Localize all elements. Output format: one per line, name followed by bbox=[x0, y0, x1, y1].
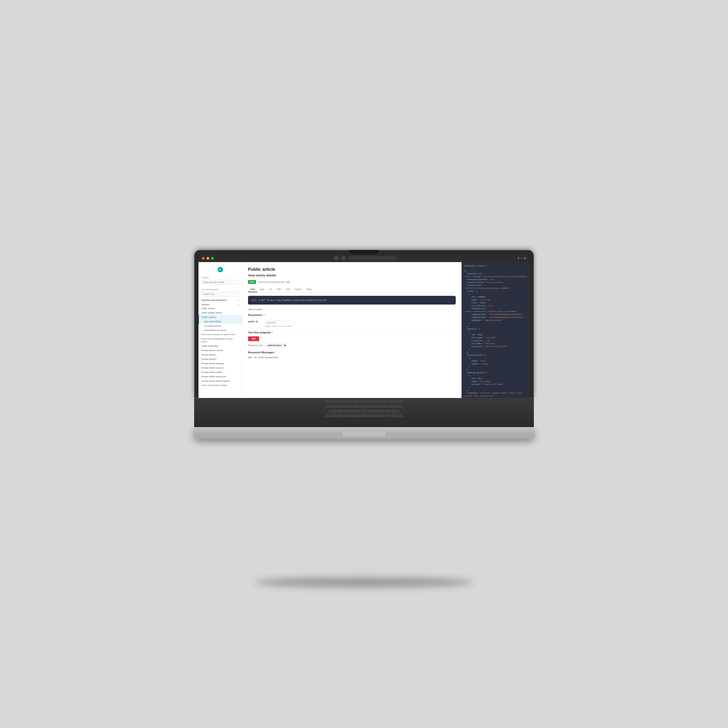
view-article-link[interactable]: View an article bbox=[248, 308, 262, 310]
tab-java[interactable]: Java bbox=[257, 287, 267, 292]
param-input-article-id[interactable] bbox=[265, 320, 295, 325]
close-button-icon[interactable] bbox=[202, 257, 205, 260]
language-tabs: Curl Java C# PHP bbox=[248, 287, 456, 292]
key bbox=[385, 409, 390, 413]
tab-php[interactable]: PHP bbox=[274, 287, 284, 292]
sidebar-item-private-reserve-handle[interactable]: Private article reserve handle bbox=[199, 379, 242, 383]
token-section: TOKEN bbox=[199, 276, 242, 286]
token-label: TOKEN bbox=[202, 277, 239, 279]
key bbox=[355, 409, 361, 413]
param-article-id: article_id integer Article Unique Identi… bbox=[248, 319, 456, 329]
key bbox=[341, 405, 346, 408]
sidebar-item-private-resource[interactable]: Private article resource bbox=[199, 366, 242, 370]
laptop-body: ‹ › ⬆ + ⊠ bbox=[194, 250, 534, 439]
status-200-desc: OK. Article representation bbox=[254, 356, 278, 359]
key bbox=[386, 414, 391, 418]
key bbox=[325, 400, 330, 404]
sidebar-logo-area: F bbox=[199, 265, 242, 276]
json-content: { "figshare_url": "http://figshare.com/a… bbox=[465, 269, 526, 398]
code-sample: curl -X GET "https://api.figshare.com/v2… bbox=[251, 299, 327, 301]
search-input[interactable] bbox=[202, 292, 239, 297]
api-reference-section: API REFERENCE bbox=[199, 288, 242, 298]
fullscreen-button-icon[interactable] bbox=[211, 257, 214, 260]
app-logo: F bbox=[218, 267, 223, 272]
url-bar[interactable] bbox=[349, 256, 397, 260]
sidebar-item-private-publish[interactable]: Private article publish bbox=[199, 370, 242, 375]
laptop-shadow bbox=[255, 578, 473, 587]
param-name: article_id bbox=[248, 320, 263, 323]
trackpad[interactable] bbox=[342, 429, 386, 437]
key-row-2 bbox=[196, 405, 532, 408]
view-link-row: View an article bbox=[248, 308, 456, 310]
key bbox=[382, 405, 387, 408]
key-row-4 bbox=[196, 414, 532, 418]
sidebar-item-article-details-version[interactable]: Article details for version bbox=[199, 328, 242, 332]
key bbox=[326, 405, 335, 408]
token-input[interactable] bbox=[202, 280, 239, 284]
key bbox=[383, 400, 388, 404]
sidebar-item-private-articles[interactable]: Private articles bbox=[199, 353, 242, 357]
key bbox=[335, 405, 341, 408]
response-type-select[interactable]: application/json bbox=[265, 343, 287, 347]
key bbox=[353, 405, 358, 408]
key bbox=[354, 400, 359, 404]
test-endpoint-section: Test this endpoint ^ TRY Response Type a… bbox=[248, 331, 456, 347]
tab-csharp[interactable]: C# bbox=[267, 287, 274, 292]
new-tab-icon[interactable]: + bbox=[521, 257, 523, 260]
api-reference-label: API REFERENCE bbox=[202, 289, 239, 291]
key bbox=[330, 400, 336, 404]
close-tab-icon[interactable]: ⊠ bbox=[524, 257, 526, 260]
endpoint-path: /articles/{article_id} bbox=[258, 281, 290, 283]
back-button[interactable]: ‹ bbox=[334, 256, 339, 261]
key bbox=[370, 405, 375, 408]
screen-outer: ‹ › ⬆ + ⊠ bbox=[194, 250, 534, 398]
sidebar-item-public-files[interactable]: Public article files bbox=[199, 344, 242, 348]
status-200: 200 bbox=[248, 356, 252, 359]
key bbox=[387, 405, 393, 408]
tab-python[interactable]: Python bbox=[292, 287, 304, 292]
browser-chrome: ‹ › ⬆ + ⊠ bbox=[199, 254, 529, 262]
minimize-button-icon[interactable] bbox=[206, 257, 209, 260]
parameters-caret: ^ bbox=[263, 314, 265, 316]
sidebar: F TOKEN API REFERENCE Figshare d bbox=[199, 262, 242, 398]
sidebar-item-private-article[interactable]: Private article ▾ bbox=[199, 357, 242, 361]
sidebar-item-private-articles-search[interactable]: Private articles search bbox=[199, 348, 242, 353]
sidebar-item-public-articles-search[interactable]: Public articles search bbox=[199, 310, 242, 315]
tab-curl[interactable]: Curl bbox=[248, 287, 257, 292]
forward-button[interactable]: › bbox=[341, 256, 346, 261]
key-row-3 bbox=[196, 409, 532, 413]
key bbox=[377, 400, 382, 404]
key bbox=[348, 400, 353, 404]
sidebar-item-view-article-details[interactable]: View article details bbox=[199, 320, 242, 324]
sidebar-item-embargo[interactable]: Public article embargo for article versi… bbox=[199, 332, 242, 337]
tab-other[interactable]: Other bbox=[304, 287, 315, 292]
sidebar-item-private-reserve-doi[interactable]: Private article reserve doi bbox=[199, 375, 242, 379]
key bbox=[338, 409, 343, 413]
key bbox=[367, 409, 373, 413]
sidebar-item-confidentiality[interactable]: Public article confidentiality for artic… bbox=[199, 337, 242, 344]
figshare-docs-group[interactable]: Figshare documentation ▾ bbox=[199, 298, 242, 302]
page-title: Public article bbox=[248, 267, 456, 272]
key bbox=[393, 405, 402, 408]
key bbox=[389, 400, 394, 404]
response-messages-title: Response Messages ^ bbox=[248, 351, 456, 354]
sidebar-item-private-embargo[interactable]: Private article embargo bbox=[199, 361, 242, 366]
try-button[interactable]: TRY bbox=[248, 336, 259, 341]
browser-body: F TOKEN API REFERENCE Figshare d bbox=[199, 262, 529, 398]
main-content: Public article View article details GET … bbox=[242, 262, 462, 398]
endpoint-row: GET /articles/{article_id} bbox=[248, 280, 456, 284]
key bbox=[361, 409, 367, 413]
sidebar-item-public-articles[interactable]: Public articles bbox=[199, 306, 242, 310]
key bbox=[325, 414, 330, 418]
key bbox=[379, 409, 384, 413]
sidebar-item-list-versions[interactable]: List article versions bbox=[199, 324, 242, 328]
articles-group[interactable]: Articles ▴ bbox=[199, 302, 242, 306]
sidebar-item-public-article[interactable]: Public article ▴ bbox=[199, 315, 242, 320]
key bbox=[398, 414, 403, 418]
sidebar-item-article-version-private[interactable]: Article version private updates bbox=[199, 383, 242, 387]
share-icon[interactable]: ⬆ bbox=[517, 257, 520, 260]
tab-perl[interactable]: Perl bbox=[284, 287, 292, 292]
response-row-200: 200 OK. Article representation bbox=[248, 356, 456, 359]
key bbox=[364, 405, 370, 408]
key bbox=[342, 400, 347, 404]
